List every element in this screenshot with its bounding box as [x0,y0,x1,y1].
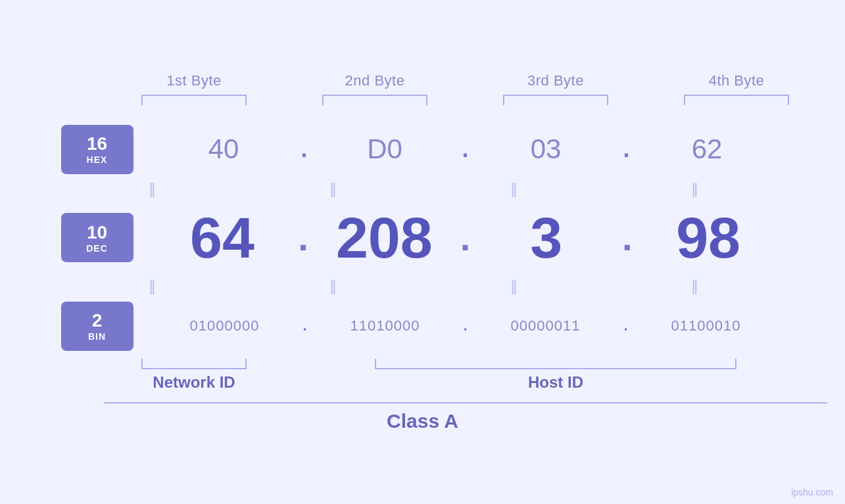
hex-val-3: 03 [531,133,562,164]
dec-val-3: 3 [530,205,562,270]
hex-dot-3: . [623,135,629,163]
hex-val-4: 62 [692,133,723,164]
equals-row-1: ‖ ‖ ‖ ‖ [61,179,785,199]
dec-val-1: 64 [190,205,254,270]
hex-base-label: HEX [87,154,108,165]
hex-row: 16 HEX 40 . D0 . 03 . 62 [61,125,785,174]
hex-base-num: 16 [87,133,107,154]
dec-dot-3: . [622,216,633,259]
equals-row-2: ‖ ‖ ‖ ‖ [61,277,785,296]
network-id-label: Network ID [153,373,235,391]
bin-values: 01000000 . 11010000 . 00000011 . 0110001… [147,317,785,334]
host-bracket-wrap [285,359,827,369]
eq2-1: ‖ [149,278,155,295]
host-id-wrap: Host ID [285,373,827,392]
class-line-wrap [104,402,827,403]
eq1-2: ‖ [329,181,335,198]
segment-labels: Network ID Host ID [104,373,827,392]
net-bracket-wrap [104,359,285,369]
byte-headers: 1st Byte 2nd Byte 3rd Byte 4th Byte [104,72,827,89]
top-bracket-3 [503,95,608,105]
bin-val-4: 01100010 [671,317,741,334]
hex-values: 40 . D0 . 03 . 62 [147,133,785,165]
eq1-4: ‖ [691,181,697,198]
class-label-wrap: Class A [61,410,785,432]
bin-val-2: 11010000 [350,317,420,334]
byte2-header: 2nd Byte [285,72,466,89]
top-bracket-1 [141,95,247,105]
top-bracket-2 [322,95,427,105]
hex-dot-1: . [301,135,307,163]
dec-base-num: 10 [87,222,107,243]
dec-dot-2: . [460,216,471,259]
bin-row: 2 BIN 01000000 . 11010000 . 00000011 . 0… [61,302,785,351]
eq1-1: ‖ [149,181,155,198]
bin-base-label: BIN [88,331,106,342]
dec-dot-1: . [298,216,308,259]
host-id-label: Host ID [528,373,583,391]
network-id-wrap: Network ID [104,373,285,392]
class-line [104,402,827,403]
dec-val-4: 98 [676,205,740,270]
eq2-4: ‖ [691,278,697,295]
class-label: Class A [387,410,458,432]
top-bracket-4 [684,95,789,105]
top-brackets [104,95,827,105]
eq1-3: ‖ [510,181,516,198]
dec-row: 10 DEC 64 . 208 . 3 . 98 [61,204,785,271]
bin-val-1: 01000000 [190,317,260,334]
bin-base-num: 2 [92,310,103,331]
dec-base-label: DEC [86,243,108,254]
byte1-header: 1st Byte [104,72,285,89]
bottom-brackets [104,359,827,369]
dec-values: 64 . 208 . 3 . 98 [147,204,785,271]
eq2-3: ‖ [510,278,516,295]
host-bracket [375,359,736,369]
hex-badge: 16 HEX [61,125,133,174]
hex-dot-2: . [462,135,468,163]
hex-val-1: 40 [208,133,239,164]
eq2-2: ‖ [329,278,335,295]
dec-badge: 10 DEC [61,213,133,262]
bin-val-3: 00000011 [511,317,581,334]
hex-val-2: D0 [367,133,402,164]
byte3-header: 3rd Byte [466,72,646,89]
main-container: 1st Byte 2nd Byte 3rd Byte 4th Byte 16 H… [61,72,785,432]
bin-badge: 2 BIN [61,302,133,351]
net-bracket [141,359,247,369]
byte4-header: 4th Byte [646,72,827,89]
watermark: ipshu.com [791,487,833,497]
dec-val-2: 208 [336,205,433,270]
